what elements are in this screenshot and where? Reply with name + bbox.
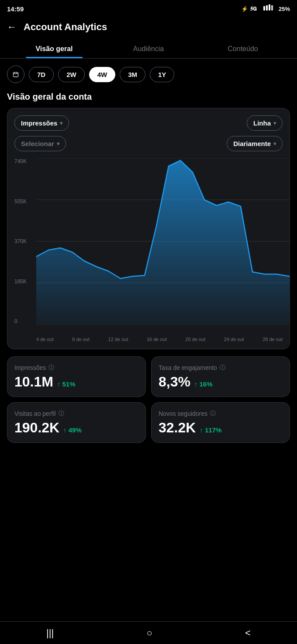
frequency-dropdown[interactable]: Diariamente ▾ — [227, 136, 283, 151]
chevron-down-icon-3: ▾ — [57, 141, 59, 147]
tab-content[interactable]: Conteúdo — [196, 39, 290, 58]
compare-dropdown[interactable]: Selecionar ▾ — [14, 136, 66, 151]
y-label-740k: 740K — [14, 158, 27, 164]
tab-audience[interactable]: Audiência — [101, 39, 196, 58]
chart-y-labels: 740K 555K 370K 185K 0 — [14, 158, 27, 324]
info-icon-engagement[interactable]: ⓘ — [220, 364, 225, 372]
x-label-3: 12 de out — [108, 337, 128, 342]
stat-label-new-followers: Novos seguidores ⓘ — [159, 410, 283, 418]
chart-controls-row2: Selecionar ▾ Diariamente ▾ — [14, 136, 283, 151]
svg-rect-5 — [13, 73, 18, 77]
period-1y[interactable]: 1Y — [150, 67, 174, 82]
period-7d[interactable]: 7D — [29, 67, 54, 82]
stat-change-profile-visits: 49% — [63, 426, 82, 434]
section-title: Visão geral da conta — [0, 87, 297, 108]
stat-card-impressions: Impressões ⓘ 10.1M 51% — [7, 356, 146, 397]
period-4w[interactable]: 4W — [89, 67, 116, 82]
chart-svg — [36, 158, 290, 324]
stat-change-impressions: 51% — [57, 380, 76, 388]
page-title: Account Analytics — [24, 21, 107, 33]
nav-back-button[interactable]: < — [235, 624, 261, 642]
bluetooth-icon: ⚡ — [241, 6, 248, 12]
stat-label-profile-visits: Visitas ao perfil ⓘ — [14, 410, 138, 418]
back-button[interactable]: ← — [7, 21, 17, 33]
x-label-4: 16 de out — [147, 337, 167, 342]
header: ← Account Analytics — [0, 16, 297, 39]
svg-rect-1 — [263, 6, 265, 10]
info-icon-new-followers[interactable]: ⓘ — [210, 410, 216, 418]
stat-card-new-followers: Novos seguidores ⓘ 32.2K 117% — [151, 402, 290, 443]
chart-card: Impressões ▾ Linha ▾ Selecionar ▾ Diaria… — [7, 108, 290, 349]
period-2w[interactable]: 2W — [58, 67, 85, 82]
stat-change-engagement: 16% — [194, 380, 213, 388]
chart-controls-row1: Impressões ▾ Linha ▾ — [14, 115, 283, 131]
battery-label: 25% — [279, 6, 290, 12]
metric-dropdown[interactable]: Impressões ▾ — [14, 115, 69, 131]
period-selector: 7D 2W 4W 3M 1Y — [0, 59, 297, 87]
x-label-7: 28 de out — [262, 337, 283, 342]
stat-change-new-followers: 117% — [200, 426, 221, 434]
svg-marker-14 — [36, 160, 290, 324]
stat-value-profile-visits: 190.2K 49% — [14, 420, 138, 435]
y-label-370k: 370K — [14, 238, 27, 244]
calendar-button[interactable] — [7, 66, 24, 83]
period-3m[interactable]: 3M — [120, 67, 145, 82]
stat-card-profile-visits: Visitas ao perfil ⓘ 190.2K 49% — [7, 402, 146, 443]
stats-grid: Impressões ⓘ 10.1M 51% Taxa de engajamen… — [0, 349, 297, 450]
x-label-6: 24 de out — [224, 337, 244, 342]
nav-home-button[interactable]: ○ — [136, 624, 162, 642]
svg-text:𝟓𝗚: 𝟓𝗚 — [250, 6, 257, 12]
svg-rect-2 — [266, 5, 268, 10]
status-right: ⚡ 𝟓𝗚 25% — [241, 4, 290, 14]
stat-value-engagement: 8,3% 16% — [159, 374, 283, 390]
y-label-555k: 555K — [14, 198, 27, 205]
chevron-down-icon: ▾ — [60, 120, 62, 126]
chart-x-labels: 4 de out 8 de out 12 de out 16 de out 20… — [36, 326, 283, 342]
chevron-down-icon-2: ▾ — [273, 120, 276, 126]
stat-label-engagement: Taxa de engajamento ⓘ — [159, 364, 283, 372]
x-label-1: 4 de out — [36, 337, 54, 342]
chevron-down-icon-4: ▾ — [273, 141, 276, 147]
info-icon-profile-visits[interactable]: ⓘ — [59, 410, 64, 418]
stat-label-impressions: Impressões ⓘ — [14, 364, 138, 372]
y-label-0: 0 — [14, 318, 27, 324]
y-label-185k: 185K — [14, 278, 27, 285]
bottom-nav: ||| ○ < — [0, 621, 297, 644]
status-time: 14:59 — [7, 5, 24, 13]
nav-menu-button[interactable]: ||| — [36, 624, 64, 642]
charttype-dropdown[interactable]: Linha ▾ — [247, 115, 283, 131]
stat-card-engagement: Taxa de engajamento ⓘ 8,3% 16% — [151, 356, 290, 397]
stat-value-new-followers: 32.2K 117% — [159, 420, 283, 435]
svg-rect-3 — [269, 4, 270, 10]
signal-icons: 𝟓𝗚 — [250, 4, 276, 14]
x-label-2: 8 de out — [72, 337, 90, 342]
x-label-5: 20 de out — [185, 337, 205, 342]
tabs-container: Visão geral Audiência Conteúdo — [0, 39, 297, 59]
status-bar: 14:59 ⚡ 𝟓𝗚 25% — [0, 0, 297, 16]
stat-value-impressions: 10.1M 51% — [14, 374, 138, 390]
svg-rect-4 — [271, 5, 273, 10]
chart-container: 740K 555K 370K 185K 0 — [14, 158, 283, 342]
info-icon-impressions[interactable]: ⓘ — [48, 364, 54, 372]
tab-overview[interactable]: Visão geral — [7, 39, 101, 58]
